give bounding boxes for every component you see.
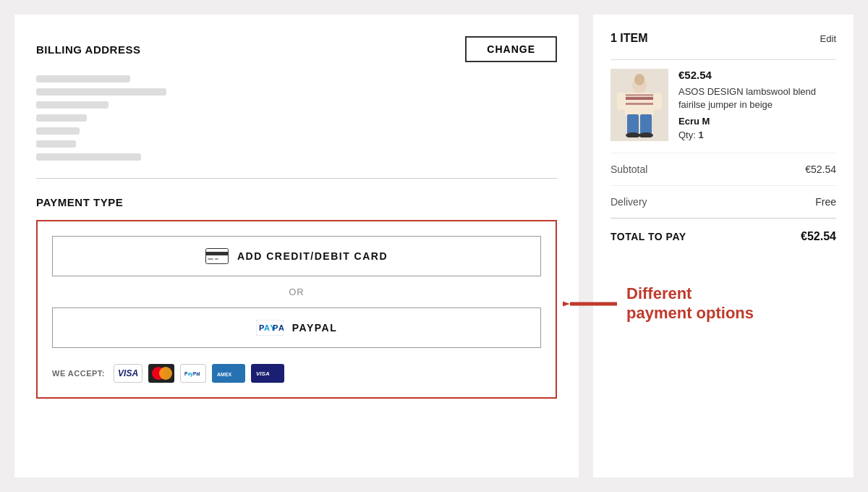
payment-type-title: PAYMENT TYPE: [36, 196, 557, 208]
svg-rect-24: [640, 114, 652, 135]
svg-text:Pal: Pal: [273, 323, 284, 332]
credit-card-label: ADD CREDIT/DEBIT CARD: [237, 250, 388, 262]
address-line-1: [36, 75, 130, 82]
svg-rect-25: [617, 93, 626, 110]
delivery-value: Free: [815, 196, 836, 208]
visa-badge: VISA: [114, 364, 142, 383]
change-button[interactable]: CHANGE: [465, 36, 557, 62]
subtotal-label: Subtotal: [610, 164, 647, 175]
we-accept-label: WE ACCEPT:: [52, 369, 105, 378]
delivery-label: Delivery: [610, 196, 647, 208]
payment-section: PAYMENT TYPE ADD CREDIT/DEBIT CARD: [36, 196, 557, 399]
address-line-2: [36, 88, 166, 96]
product-row: €52.54 ASOS DESIGN lambswool blend fairi…: [610, 69, 836, 141]
address-line-5: [36, 127, 80, 135]
payment-options-box: ADD CREDIT/DEBIT CARD OR P ay Pal PAYPAL: [36, 220, 557, 399]
annotation-text: Different payment options: [626, 284, 757, 323]
svg-text:VISA: VISA: [256, 370, 270, 377]
total-label: TOTAL TO PAY: [610, 231, 686, 242]
add-credit-debit-card-button[interactable]: ADD CREDIT/DEBIT CARD: [52, 236, 541, 276]
paypal-button[interactable]: P ay Pal PAYPAL: [52, 308, 541, 348]
address-line-4: [36, 114, 87, 122]
svg-rect-2: [208, 258, 213, 260]
svg-rect-22: [625, 94, 654, 96]
product-info: €52.54 ASOS DESIGN lambswool blend fairi…: [678, 69, 836, 141]
qty-value: 1: [698, 130, 703, 140]
billing-divider: [36, 178, 557, 179]
paypal-logo-icon: P ay Pal: [256, 320, 284, 336]
visa-debit-badge: VISA: [251, 364, 284, 383]
credit-card-icon: [205, 248, 229, 264]
address-block: [36, 75, 557, 161]
address-line-3: [36, 101, 109, 109]
we-accept-section: WE ACCEPT: VISA P: [52, 364, 541, 383]
svg-point-18: [634, 74, 644, 85]
total-value: €52.54: [801, 230, 836, 243]
qty-label: Qty:: [678, 130, 696, 140]
paypal-label: PAYPAL: [292, 322, 337, 334]
paypal-small-badge: P ay Pal: [180, 364, 206, 383]
product-image: [610, 69, 668, 141]
svg-rect-20: [625, 97, 654, 100]
mastercard-badge: [148, 364, 174, 383]
svg-rect-23: [627, 114, 639, 135]
svg-rect-1: [205, 252, 229, 255]
arrow-icon: [563, 286, 621, 322]
address-line-6: [36, 140, 76, 148]
or-separator: OR: [52, 287, 541, 297]
product-variant: Ecru M: [678, 116, 836, 127]
right-panel: 1 ITEM Edit: [593, 14, 854, 478]
order-header: 1 ITEM Edit: [610, 32, 836, 45]
item-count: 1 ITEM: [610, 32, 648, 45]
product-qty: Qty: 1: [678, 130, 836, 140]
payment-arrow-annotation: Different payment options: [563, 284, 757, 323]
left-panel: BILLING ADDRESS CHANGE PAYMENT TYPE: [14, 14, 579, 478]
address-line-7: [36, 153, 141, 161]
billing-header: BILLING ADDRESS CHANGE: [36, 36, 557, 62]
total-row: TOTAL TO PAY €52.54: [610, 218, 836, 255]
product-price: €52.54: [678, 69, 836, 81]
order-divider-top: [610, 59, 836, 60]
subtotal-row: Subtotal €52.54: [610, 153, 836, 185]
svg-text:Pal: Pal: [193, 371, 200, 376]
svg-rect-26: [653, 93, 662, 110]
mc-right-circle: [159, 367, 172, 380]
product-image-svg: [614, 72, 665, 137]
product-name: ASOS DESIGN lambswool blend fairilse jum…: [678, 85, 836, 111]
billing-title: BILLING ADDRESS: [36, 43, 140, 56]
svg-rect-21: [625, 103, 654, 105]
svg-rect-3: [215, 258, 218, 260]
svg-text:AMEX: AMEX: [217, 372, 232, 377]
amex-badge: AMEX: [212, 364, 245, 383]
svg-rect-0: [205, 249, 228, 264]
delivery-row: Delivery Free: [610, 185, 836, 218]
edit-link[interactable]: Edit: [820, 33, 836, 44]
subtotal-value: €52.54: [805, 164, 836, 175]
